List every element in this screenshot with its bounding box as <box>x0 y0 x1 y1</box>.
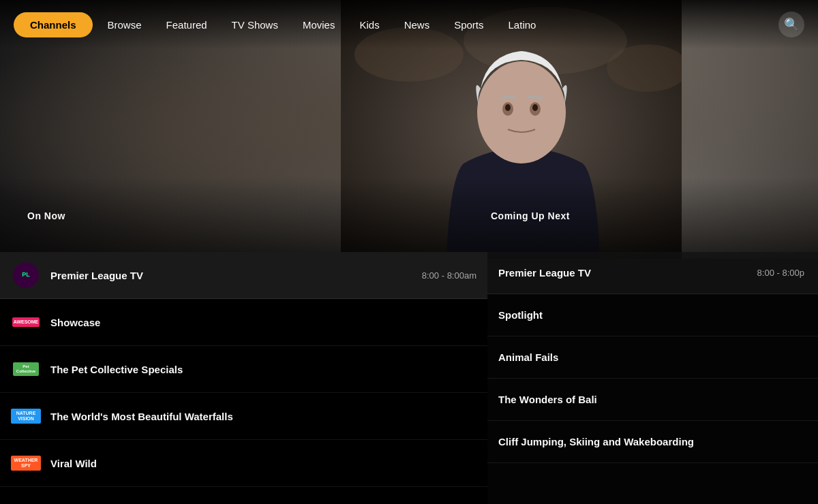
search-icon: 🔍 <box>784 17 799 32</box>
coming-title: The Wonders of Bali <box>498 394 804 405</box>
nav-browse[interactable]: Browse <box>98 12 151 37</box>
nav-sports[interactable]: Sports <box>444 12 493 37</box>
channel-title: Showcase <box>50 317 476 328</box>
awesome-logo: AWESOME <box>12 317 40 327</box>
navigation: Channels Browse Featured TV Shows Movies… <box>0 0 818 49</box>
coming-title: Animal Fails <box>498 351 804 363</box>
svg-point-8 <box>505 104 511 111</box>
channel-row[interactable]: AWESOME Showcase <box>0 299 487 346</box>
channel-logo: NATURE VISION <box>11 403 41 430</box>
on-now-label: On Now <box>27 210 65 221</box>
channel-logo: WEATHER SPY <box>11 450 41 477</box>
coming-title: Premier League TV <box>498 267 757 279</box>
svg-point-9 <box>532 104 538 111</box>
coming-up-list: Premier League TV 8:00 - 8:00p Spotlight… <box>487 252 818 504</box>
channel-title: The World's Most Beautiful Waterfalls <box>50 411 476 422</box>
pet-logo: Pet Collective <box>13 362 39 376</box>
channel-row[interactable]: NATURE VISION The World's Most Beautiful… <box>0 393 487 440</box>
channel-row[interactable]: PL Premier League TV 8:00 - 8:00am <box>0 252 487 299</box>
weather-logo: WEATHER SPY <box>11 456 41 471</box>
nav-movies[interactable]: Movies <box>293 12 345 37</box>
nav-featured[interactable]: Featured <box>157 12 217 37</box>
coming-time: 8:00 - 8:00p <box>757 268 804 278</box>
coming-up-label: Coming Up Next <box>491 210 570 221</box>
channel-logo: Pet Collective <box>11 356 41 383</box>
coming-title: Spotlight <box>498 309 804 321</box>
coming-up-row[interactable]: Cliff Jumping, Skiing and Wakeboarding <box>487 421 818 463</box>
channel-logo: AWESOME <box>11 309 41 336</box>
nav-kids[interactable]: Kids <box>350 12 389 37</box>
nav-latino[interactable]: Latino <box>499 12 546 37</box>
channel-row[interactable]: Pet Collective The Pet Collective Specia… <box>0 346 487 393</box>
svg-point-5 <box>477 61 566 163</box>
on-now-list: PL Premier League TV 8:00 - 8:00am AWESO… <box>0 252 487 504</box>
channel-title: The Pet Collective Specials <box>50 364 476 375</box>
pl-logo: PL <box>13 262 39 288</box>
hero-overlay <box>0 177 818 259</box>
channel-logo: PL <box>11 262 41 289</box>
coming-up-row[interactable]: Premier League TV 8:00 - 8:00p <box>487 252 818 294</box>
channel-title: Viral Wild <box>50 458 476 469</box>
nav-tv-shows[interactable]: TV Shows <box>222 12 288 37</box>
coming-up-row[interactable]: Spotlight <box>487 294 818 336</box>
search-button[interactable]: 🔍 <box>778 12 804 37</box>
channel-time: 8:00 - 8:00am <box>422 270 476 281</box>
nav-news[interactable]: News <box>395 12 440 37</box>
nav-items: Channels Browse Featured TV Shows Movies… <box>14 12 778 37</box>
channel-list: PL Premier League TV 8:00 - 8:00am AWESO… <box>0 252 818 504</box>
channels-button[interactable]: Channels <box>14 12 93 37</box>
nature-logo: NATURE VISION <box>11 409 41 424</box>
coming-title: Cliff Jumping, Skiing and Wakeboarding <box>498 436 804 447</box>
channel-row[interactable]: WEATHER SPY Viral Wild <box>0 440 487 487</box>
channel-title: Premier League TV <box>50 270 422 281</box>
coming-up-row[interactable]: Animal Fails <box>487 336 818 379</box>
coming-up-row[interactable]: The Wonders of Bali <box>487 379 818 421</box>
